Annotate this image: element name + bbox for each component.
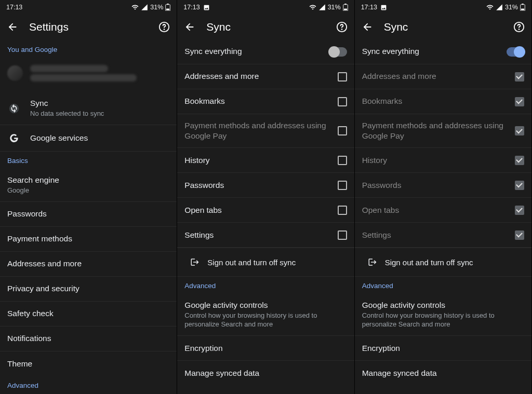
history-sync-row[interactable]: History (177, 148, 354, 173)
row-label: Passwords (362, 180, 402, 191)
row-label: Passwords (184, 180, 224, 191)
svg-rect-1 (167, 4, 169, 5)
status-battery-text: 31% (505, 4, 518, 11)
row-sublabel: Control how your browsing history is use… (362, 311, 524, 329)
logout-icon (190, 255, 200, 269)
theme-row[interactable]: Theme (0, 351, 177, 376)
help-button[interactable] (157, 20, 171, 34)
row-label: Encryption (184, 343, 222, 354)
status-bar: 17:13 31% (177, 0, 354, 15)
back-button[interactable] (182, 20, 197, 34)
row-label: Addresses and more (362, 71, 436, 81)
help-button[interactable] (512, 20, 526, 34)
svg-point-15 (519, 29, 520, 30)
wifi-icon (486, 4, 494, 11)
section-advanced: Advanced (0, 376, 177, 393)
back-button[interactable] (360, 20, 375, 34)
google-services-row[interactable]: Google services (0, 125, 177, 152)
svg-rect-13 (521, 9, 524, 10)
manage-synced-row[interactable]: Manage synced data (355, 361, 531, 386)
row-label: Theme (7, 359, 32, 369)
row-label: Safety check (7, 308, 54, 319)
row-label: History (184, 155, 209, 166)
account-text (30, 65, 137, 81)
safety-check-row[interactable]: Safety check (0, 302, 177, 327)
row-label: Settings (184, 230, 214, 240)
sign-out-row[interactable]: Sign out and turn off sync (177, 248, 354, 277)
sync-everything-row[interactable]: Sync everything (355, 39, 531, 64)
sign-out-row[interactable]: Sign out and turn off sync (355, 248, 531, 277)
row-label: Search engine (7, 175, 59, 185)
row-label: Sync everything (184, 46, 242, 57)
encryption-row[interactable]: Encryption (355, 336, 531, 361)
row-label: Sign out and turn off sync (207, 257, 296, 268)
sync-row[interactable]: Sync No data selected to sync (0, 92, 177, 125)
row-label: Addresses and more (7, 259, 82, 269)
signal-icon (496, 4, 503, 11)
row-label: Sync everything (362, 46, 419, 57)
battery-icon (165, 4, 170, 11)
sync-panel-on: 17:13 31% Sync Sync everything Addresses… (355, 0, 532, 394)
checkbox[interactable] (338, 156, 347, 165)
google-activity-controls-row[interactable]: Google activity controls Control how you… (355, 294, 531, 336)
row-label: History (362, 155, 387, 166)
app-bar: Sync (355, 15, 531, 39)
checkbox[interactable] (338, 230, 347, 240)
row-sublabel: No data selected to sync (30, 110, 104, 118)
avatar (7, 65, 23, 81)
settings-panel: 17:13 31% Settings You and Google (0, 0, 177, 394)
row-label: Sync (30, 98, 104, 108)
checkbox[interactable] (338, 181, 347, 190)
row-sublabel: Control how your browsing history is use… (184, 311, 347, 329)
checkbox[interactable] (338, 72, 347, 81)
sync-everything-switch[interactable] (329, 47, 347, 57)
row-label: Settings (362, 230, 391, 240)
svg-rect-12 (522, 4, 524, 5)
back-button[interactable] (5, 20, 20, 34)
open-tabs-sync-row[interactable]: Open tabs (177, 198, 354, 223)
payment-gpay-sync-row[interactable]: Payment methods and addresses using Goog… (177, 114, 354, 148)
wifi-icon (309, 4, 316, 11)
svg-rect-8 (344, 9, 347, 10)
status-battery-text: 31% (150, 4, 163, 11)
row-label: Payment methods and addresses using Goog… (184, 120, 328, 141)
google-icon (7, 131, 21, 145)
row-label: Google activity controls (184, 300, 347, 310)
row-label: Passwords (7, 209, 47, 219)
battery-icon (343, 4, 348, 11)
help-button[interactable] (335, 20, 349, 34)
bookmarks-sync-row[interactable]: Bookmarks (177, 89, 354, 114)
row-label: Bookmarks (184, 96, 225, 106)
manage-synced-row[interactable]: Manage synced data (177, 361, 354, 386)
payment-methods-row[interactable]: Payment methods (0, 227, 177, 252)
addresses-sync-row[interactable]: Addresses and more (177, 64, 354, 89)
encryption-row[interactable]: Encryption (177, 336, 354, 361)
checkbox[interactable] (338, 126, 347, 135)
passwords-row[interactable]: Passwords (0, 202, 177, 227)
screenshot-icon (203, 4, 210, 11)
signal-icon (141, 4, 148, 11)
status-bar: 17:13 31% (355, 0, 531, 15)
svg-rect-7 (344, 4, 347, 5)
status-time: 17:13 (183, 4, 200, 11)
row-label: Payment methods (7, 234, 72, 244)
checkbox (515, 156, 524, 165)
passwords-sync-row[interactable]: Passwords (177, 173, 354, 198)
checkbox[interactable] (338, 97, 347, 106)
google-activity-controls-row[interactable]: Google activity controls Control how you… (177, 294, 354, 336)
checkbox[interactable] (338, 206, 347, 215)
addresses-row[interactable]: Addresses and more (0, 252, 177, 277)
sync-everything-row[interactable]: Sync everything (177, 39, 354, 64)
privacy-row[interactable]: Privacy and security (0, 277, 177, 302)
row-label: Addresses and more (184, 71, 259, 81)
wifi-icon (131, 4, 139, 11)
settings-sync-row: Settings (355, 223, 531, 248)
search-engine-row[interactable]: Search engine Google (0, 169, 177, 202)
notifications-row[interactable]: Notifications (0, 327, 177, 351)
checkbox (515, 72, 524, 81)
sync-everything-switch[interactable] (507, 47, 524, 57)
section-you-and-google: You and Google (0, 40, 177, 58)
account-row[interactable] (0, 58, 177, 92)
app-bar-title: Sync (206, 21, 231, 33)
settings-sync-row[interactable]: Settings (177, 223, 354, 248)
